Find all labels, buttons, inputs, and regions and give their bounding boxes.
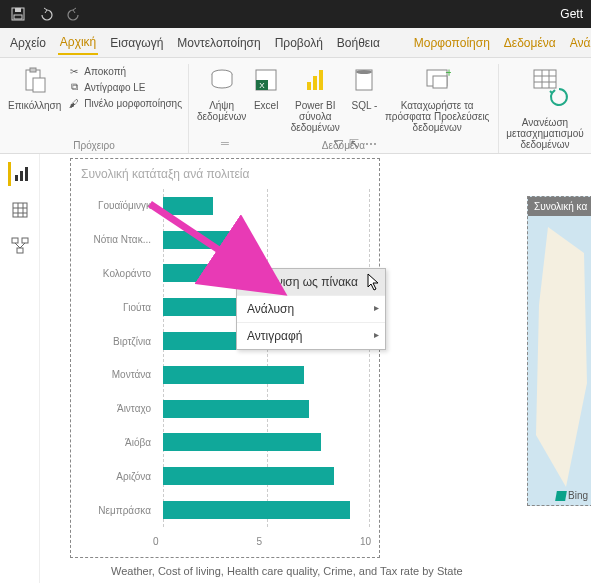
save-icon[interactable] — [8, 4, 28, 24]
visual-drag-handle[interactable]: ═ — [71, 137, 379, 149]
menu-help[interactable]: Βοήθεια — [335, 32, 382, 54]
data-view-button[interactable] — [8, 198, 32, 222]
cut-button[interactable]: ✂ Αποκοπή — [67, 64, 182, 78]
window-title: Gett — [560, 7, 583, 21]
svg-rect-32 — [22, 238, 28, 243]
transform-label: Ανανέωση μετασχηματισμού δεδομένων — [506, 117, 583, 150]
ctx-copy[interactable]: Αντιγραφή — [237, 323, 385, 349]
menu-analysis[interactable]: Ανάλυση — [568, 32, 591, 54]
svg-rect-12 — [319, 70, 323, 90]
excel-label: Excel — [254, 100, 278, 111]
paste-label: Επικόλληση — [8, 100, 61, 111]
filter-icon[interactable]: ▽ — [334, 137, 343, 151]
sql-label: SQL - — [352, 100, 378, 111]
getdata-button[interactable]: Λήψη δεδομένων — [197, 64, 246, 122]
arrow-annotation — [140, 194, 300, 304]
bar-row[interactable] — [163, 500, 371, 520]
bar-row[interactable] — [163, 466, 371, 486]
map-title: Συνολική κα — [528, 197, 591, 216]
menu-insert[interactable]: Εισαγωγή — [108, 32, 165, 54]
bar[interactable] — [163, 433, 321, 451]
svg-rect-2 — [14, 15, 22, 19]
report-page[interactable]: ═ ▽ ⇱ ⋯ Συνολική κατάταξη ανά πολιτεία Γ… — [40, 154, 591, 583]
menu-file[interactable]: Αρχείο — [8, 32, 48, 54]
y-axis-label: Μοντάνα — [81, 369, 157, 380]
menu-bar: Αρχείο Αρχική Εισαγωγή Μοντελοποίηση Προ… — [0, 28, 591, 58]
y-axis-label: Άινταχο — [81, 403, 157, 414]
x-axis-labels: 0510 — [153, 536, 371, 547]
paste-button[interactable]: Επικόλληση — [8, 64, 61, 111]
scissors-icon: ✂ — [67, 64, 81, 78]
format-label: Πινέλο μορφοποίησης — [84, 98, 182, 109]
brush-icon: 🖌 — [67, 96, 81, 110]
focus-icon[interactable]: ⇱ — [349, 137, 359, 151]
svg-rect-24 — [20, 171, 23, 181]
svg-text:＋: ＋ — [443, 66, 451, 79]
report-canvas: ═ ▽ ⇱ ⋯ Συνολική κατάταξη ανά πολιτεία Γ… — [0, 154, 591, 583]
svg-rect-23 — [15, 175, 18, 181]
menu-format[interactable]: Μορφοποίηση — [412, 32, 492, 54]
pbi-icon — [299, 64, 331, 96]
chart-title: Συνολική κατάταξη ανά πολιτεία — [71, 159, 379, 185]
ctx-item-label: Αντιγραφή — [247, 329, 302, 343]
menu-view[interactable]: Προβολή — [273, 32, 325, 54]
copy-button[interactable]: ⧉ Αντίγραφο LE — [67, 80, 182, 94]
svg-rect-5 — [33, 78, 45, 92]
sql-button[interactable]: SQL - — [348, 64, 380, 111]
getdata-icon — [206, 64, 238, 96]
map-visual[interactable]: Συνολική κα Bing — [527, 196, 591, 506]
copy-icon: ⧉ — [67, 80, 81, 94]
svg-line-35 — [20, 243, 25, 248]
recent-label: Καταχωρήστε τα πρόσφατα Προελεύσεις δεδο… — [384, 100, 490, 133]
format-painter-button[interactable]: 🖌 Πινέλο μορφοποίησης — [67, 96, 182, 110]
view-switcher — [0, 154, 40, 583]
map-attribution: Bing — [556, 490, 588, 501]
excel-icon: X — [250, 64, 282, 96]
redo-icon[interactable] — [64, 4, 84, 24]
svg-point-14 — [356, 70, 372, 74]
svg-rect-26 — [13, 203, 27, 217]
bing-logo-icon — [555, 491, 567, 501]
y-axis-label: Αριζόνα — [81, 471, 157, 482]
x-axis-tick: 10 — [360, 536, 371, 547]
svg-rect-4 — [30, 68, 36, 72]
recent-sources-button[interactable]: ＋ Καταχωρήστε τα πρόσφατα Προελεύσεις δε… — [384, 64, 490, 133]
x-axis-tick: 5 — [256, 536, 262, 547]
getdata-label: Λήψη δεδομένων — [197, 100, 246, 122]
bar[interactable] — [163, 366, 304, 384]
svg-line-34 — [15, 243, 20, 248]
pbi-button[interactable]: Power BI σύνολα δεδομένων — [286, 64, 344, 133]
report-subtitle: Weather, Cost of living, Health care qua… — [111, 565, 463, 577]
menu-model[interactable]: Μοντελοποίηση — [175, 32, 262, 54]
ctx-item-label: Ανάλυση — [247, 302, 294, 316]
svg-rect-10 — [307, 82, 311, 90]
excel-button[interactable]: X Excel — [250, 64, 282, 111]
menu-home[interactable]: Αρχική — [58, 31, 98, 55]
recent-icon: ＋ — [421, 64, 453, 96]
bar-row[interactable] — [163, 399, 371, 419]
more-options-icon[interactable]: ⋯ — [365, 137, 377, 151]
undo-icon[interactable] — [36, 4, 56, 24]
cut-label: Αποκοπή — [84, 66, 126, 77]
x-axis-tick: 0 — [153, 536, 159, 547]
bar-row[interactable] — [163, 365, 371, 385]
svg-rect-25 — [25, 167, 28, 181]
svg-text:X: X — [260, 81, 266, 90]
sql-icon — [348, 64, 380, 96]
model-view-button[interactable] — [8, 234, 32, 258]
paste-icon — [19, 64, 51, 96]
y-axis-label: Νεμπράσκα — [81, 505, 157, 516]
bar[interactable] — [163, 501, 350, 519]
menu-data[interactable]: Δεδομένα — [502, 32, 558, 54]
svg-rect-31 — [12, 238, 18, 243]
window-titlebar: Gett — [0, 0, 591, 28]
refresh-icon — [543, 81, 575, 113]
svg-rect-11 — [313, 76, 317, 90]
bar[interactable] — [163, 467, 334, 485]
bar[interactable] — [163, 400, 309, 418]
svg-rect-1 — [15, 8, 21, 12]
transform-button[interactable]: Ανανέωση μετασχηματισμού δεδομένων — [507, 64, 583, 150]
bar-row[interactable] — [163, 432, 371, 452]
pbi-label: Power BI σύνολα δεδομένων — [286, 100, 344, 133]
report-view-button[interactable] — [8, 162, 32, 186]
